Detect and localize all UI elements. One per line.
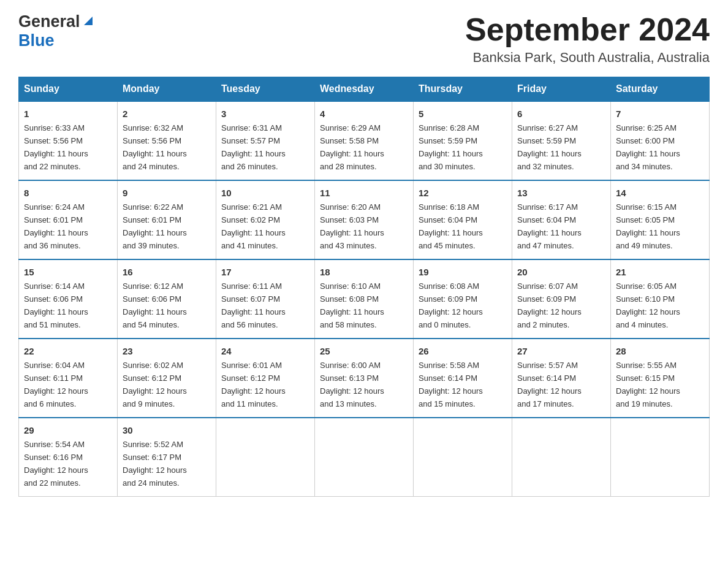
col-thursday: Thursday xyxy=(414,77,512,102)
day-number: 26 xyxy=(419,344,507,358)
calendar-cell: 12Sunrise: 6:18 AM Sunset: 6:04 PM Dayli… xyxy=(414,180,512,259)
day-number: 14 xyxy=(616,186,704,200)
day-number: 13 xyxy=(517,186,605,200)
calendar-cell: 1Sunrise: 6:33 AM Sunset: 5:56 PM Daylig… xyxy=(19,101,118,180)
logo-triangle-icon xyxy=(82,14,95,28)
calendar-cell: 28Sunrise: 5:55 AM Sunset: 6:15 PM Dayli… xyxy=(611,339,710,418)
col-sunday: Sunday xyxy=(19,77,118,102)
calendar-week-row: 29Sunrise: 5:54 AM Sunset: 6:16 PM Dayli… xyxy=(19,418,710,496)
day-info: Sunrise: 6:14 AM Sunset: 6:06 PM Dayligh… xyxy=(24,282,88,329)
day-info: Sunrise: 5:58 AM Sunset: 6:14 PM Dayligh… xyxy=(419,361,483,408)
day-number: 22 xyxy=(24,344,112,358)
day-info: Sunrise: 5:54 AM Sunset: 6:16 PM Dayligh… xyxy=(24,440,88,488)
calendar-cell: 27Sunrise: 5:57 AM Sunset: 6:14 PM Dayli… xyxy=(512,339,611,418)
col-monday: Monday xyxy=(118,77,216,102)
calendar-week-row: 1Sunrise: 6:33 AM Sunset: 5:56 PM Daylig… xyxy=(19,101,710,180)
calendar-cell: 7Sunrise: 6:25 AM Sunset: 6:00 PM Daylig… xyxy=(611,101,710,180)
calendar-cell: 18Sunrise: 6:10 AM Sunset: 6:08 PM Dayli… xyxy=(315,259,414,339)
calendar-cell: 21Sunrise: 6:05 AM Sunset: 6:10 PM Dayli… xyxy=(611,259,710,339)
calendar-cell xyxy=(512,418,611,496)
day-number: 4 xyxy=(320,107,408,121)
day-info: Sunrise: 6:24 AM Sunset: 6:01 PM Dayligh… xyxy=(24,202,88,250)
day-number: 23 xyxy=(123,344,211,358)
day-info: Sunrise: 6:07 AM Sunset: 6:09 PM Dayligh… xyxy=(517,282,582,329)
calendar-cell: 20Sunrise: 6:07 AM Sunset: 6:09 PM Dayli… xyxy=(512,259,611,339)
day-number: 30 xyxy=(123,423,211,437)
day-info: Sunrise: 6:33 AM Sunset: 5:56 PM Dayligh… xyxy=(24,123,88,171)
day-info: Sunrise: 6:32 AM Sunset: 5:56 PM Dayligh… xyxy=(123,123,187,171)
calendar-cell: 30Sunrise: 5:52 AM Sunset: 6:17 PM Dayli… xyxy=(118,418,216,496)
day-info: Sunrise: 6:20 AM Sunset: 6:03 PM Dayligh… xyxy=(320,202,384,250)
day-info: Sunrise: 6:11 AM Sunset: 6:07 PM Dayligh… xyxy=(221,282,286,329)
day-info: Sunrise: 6:15 AM Sunset: 6:05 PM Dayligh… xyxy=(616,202,680,250)
day-number: 18 xyxy=(320,265,408,279)
day-number: 25 xyxy=(320,344,408,358)
logo: General Blue xyxy=(18,12,95,50)
col-wednesday: Wednesday xyxy=(315,77,414,102)
day-info: Sunrise: 6:27 AM Sunset: 5:59 PM Dayligh… xyxy=(517,123,582,171)
day-number: 17 xyxy=(221,265,309,279)
svg-marker-0 xyxy=(84,17,93,25)
day-number: 29 xyxy=(24,423,112,437)
calendar-table: Sunday Monday Tuesday Wednesday Thursday… xyxy=(18,77,710,497)
calendar-cell xyxy=(414,418,512,496)
calendar-cell: 22Sunrise: 6:04 AM Sunset: 6:11 PM Dayli… xyxy=(19,339,118,418)
calendar-cell: 26Sunrise: 5:58 AM Sunset: 6:14 PM Dayli… xyxy=(414,339,512,418)
calendar-cell: 5Sunrise: 6:28 AM Sunset: 5:59 PM Daylig… xyxy=(414,101,512,180)
day-info: Sunrise: 6:08 AM Sunset: 6:09 PM Dayligh… xyxy=(419,282,483,329)
calendar-cell: 6Sunrise: 6:27 AM Sunset: 5:59 PM Daylig… xyxy=(512,101,611,180)
calendar-week-row: 22Sunrise: 6:04 AM Sunset: 6:11 PM Dayli… xyxy=(19,339,710,418)
day-info: Sunrise: 6:28 AM Sunset: 5:59 PM Dayligh… xyxy=(419,123,483,171)
calendar-cell: 3Sunrise: 6:31 AM Sunset: 5:57 PM Daylig… xyxy=(216,101,315,180)
day-number: 27 xyxy=(517,344,605,358)
col-saturday: Saturday xyxy=(611,77,710,102)
day-number: 5 xyxy=(419,107,507,121)
day-info: Sunrise: 6:00 AM Sunset: 6:13 PM Dayligh… xyxy=(320,361,384,408)
day-number: 19 xyxy=(419,265,507,279)
day-info: Sunrise: 6:25 AM Sunset: 6:00 PM Dayligh… xyxy=(616,123,680,171)
calendar-cell: 2Sunrise: 6:32 AM Sunset: 5:56 PM Daylig… xyxy=(118,101,216,180)
day-number: 11 xyxy=(320,186,408,200)
calendar-title: September 2024 xyxy=(465,12,710,47)
day-number: 24 xyxy=(221,344,309,358)
day-info: Sunrise: 6:02 AM Sunset: 6:12 PM Dayligh… xyxy=(123,361,187,408)
col-friday: Friday xyxy=(512,77,611,102)
day-info: Sunrise: 5:55 AM Sunset: 6:15 PM Dayligh… xyxy=(616,361,680,408)
day-number: 15 xyxy=(24,265,112,279)
calendar-cell xyxy=(216,418,315,496)
header-row: Sunday Monday Tuesday Wednesday Thursday… xyxy=(19,77,710,102)
day-number: 8 xyxy=(24,186,112,200)
calendar-cell: 23Sunrise: 6:02 AM Sunset: 6:12 PM Dayli… xyxy=(118,339,216,418)
calendar-subtitle: Banksia Park, South Australia, Australia xyxy=(465,50,710,66)
calendar-cell: 24Sunrise: 6:01 AM Sunset: 6:12 PM Dayli… xyxy=(216,339,315,418)
calendar-week-row: 15Sunrise: 6:14 AM Sunset: 6:06 PM Dayli… xyxy=(19,259,710,339)
day-info: Sunrise: 6:22 AM Sunset: 6:01 PM Dayligh… xyxy=(123,202,187,250)
day-info: Sunrise: 6:17 AM Sunset: 6:04 PM Dayligh… xyxy=(517,202,582,250)
calendar-cell xyxy=(315,418,414,496)
day-info: Sunrise: 5:57 AM Sunset: 6:14 PM Dayligh… xyxy=(517,361,582,408)
calendar-cell xyxy=(611,418,710,496)
page-header: General Blue September 2024 Banksia Park… xyxy=(18,12,710,66)
day-info: Sunrise: 6:18 AM Sunset: 6:04 PM Dayligh… xyxy=(419,202,483,250)
day-info: Sunrise: 6:31 AM Sunset: 5:57 PM Dayligh… xyxy=(221,123,286,171)
calendar-cell: 10Sunrise: 6:21 AM Sunset: 6:02 PM Dayli… xyxy=(216,180,315,259)
day-number: 16 xyxy=(123,265,211,279)
day-info: Sunrise: 6:29 AM Sunset: 5:58 PM Dayligh… xyxy=(320,123,384,171)
calendar-header: Sunday Monday Tuesday Wednesday Thursday… xyxy=(19,77,710,102)
day-info: Sunrise: 6:01 AM Sunset: 6:12 PM Dayligh… xyxy=(221,361,286,408)
calendar-cell: 17Sunrise: 6:11 AM Sunset: 6:07 PM Dayli… xyxy=(216,259,315,339)
day-number: 20 xyxy=(517,265,605,279)
day-info: Sunrise: 5:52 AM Sunset: 6:17 PM Dayligh… xyxy=(123,440,187,488)
logo-blue-text: Blue xyxy=(18,31,55,50)
day-number: 1 xyxy=(24,107,112,121)
col-tuesday: Tuesday xyxy=(216,77,315,102)
day-number: 3 xyxy=(221,107,309,121)
calendar-cell: 16Sunrise: 6:12 AM Sunset: 6:06 PM Dayli… xyxy=(118,259,216,339)
calendar-body: 1Sunrise: 6:33 AM Sunset: 5:56 PM Daylig… xyxy=(19,101,710,496)
calendar-week-row: 8Sunrise: 6:24 AM Sunset: 6:01 PM Daylig… xyxy=(19,180,710,259)
day-number: 9 xyxy=(123,186,211,200)
day-number: 2 xyxy=(123,107,211,121)
day-info: Sunrise: 6:21 AM Sunset: 6:02 PM Dayligh… xyxy=(221,202,286,250)
day-number: 21 xyxy=(616,265,704,279)
calendar-cell: 4Sunrise: 6:29 AM Sunset: 5:58 PM Daylig… xyxy=(315,101,414,180)
